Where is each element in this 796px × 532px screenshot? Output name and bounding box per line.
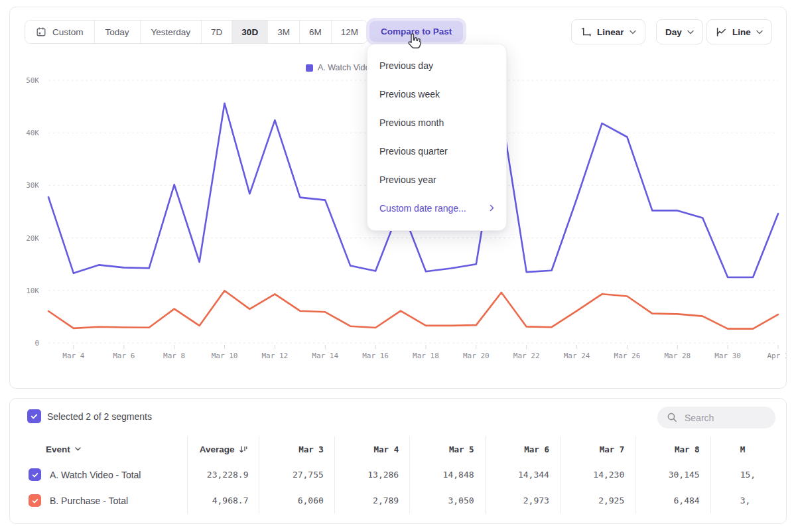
cell-average: 4,968.7 <box>187 488 259 513</box>
cell-value: 2,925 <box>560 488 635 513</box>
average-column-header[interactable]: Average <box>187 436 259 462</box>
svg-text:Mar 28: Mar 28 <box>664 352 691 360</box>
search-placeholder: Search <box>685 413 714 423</box>
table-header-row: Event Average Mar 3 Mar 4 Mar 5 Mar 6 Ma… <box>10 436 786 462</box>
cell-value: 30,145 <box>635 462 710 488</box>
svg-text:40K: 40K <box>26 129 39 137</box>
cell-value: 2,789 <box>334 488 409 513</box>
cell-value: 3,050 <box>409 488 484 513</box>
svg-text:Mar 22: Mar 22 <box>513 352 540 360</box>
svg-text:20K: 20K <box>26 234 39 243</box>
compare-to-past-menu: Previous day Previous week Previous mont… <box>367 44 507 231</box>
svg-text:Mar 26: Mar 26 <box>614 352 641 360</box>
menu-item-previous-year[interactable]: Previous year <box>367 165 506 194</box>
svg-text:Mar 24: Mar 24 <box>564 352 590 360</box>
svg-text:Mar 10: Mar 10 <box>212 352 238 360</box>
svg-text:Mar 18: Mar 18 <box>413 352 439 360</box>
segment-a-checkbox[interactable] <box>29 468 41 481</box>
cell-value: 14,344 <box>485 462 560 488</box>
chevron-right-icon <box>490 204 494 212</box>
event-column-header[interactable]: Event <box>10 436 187 462</box>
svg-text:Mar 16: Mar 16 <box>362 352 389 360</box>
svg-text:10K: 10K <box>26 287 39 295</box>
check-icon <box>30 412 38 421</box>
date-column-header: Mar 6 <box>485 436 560 462</box>
svg-text:50K: 50K <box>26 76 39 85</box>
chevron-down-icon <box>75 447 81 451</box>
table-row: B. Purchase - Total 4,968.7 6,060 2,789 … <box>10 488 786 513</box>
cell-value: 2,973 <box>485 488 560 513</box>
svg-text:Mar 6: Mar 6 <box>113 352 135 360</box>
date-column-header: M <box>710 436 786 462</box>
cell-value: 6,484 <box>635 488 710 513</box>
date-column-header: Mar 3 <box>259 436 334 462</box>
select-all-segments-checkbox[interactable] <box>27 409 41 423</box>
date-column-header: Mar 8 <box>635 436 710 462</box>
date-column-header: Mar 7 <box>560 436 635 462</box>
cell-value: 27,755 <box>259 462 334 488</box>
svg-text:Apr 1: Apr 1 <box>767 352 786 360</box>
table-row: A. Watch Video - Total 23,228.9 27,755 1… <box>10 462 786 488</box>
menu-item-previous-quarter[interactable]: Previous quarter <box>367 137 506 165</box>
cell-value: 13,286 <box>334 462 409 488</box>
check-icon <box>31 471 39 479</box>
segment-b-label: B. Purchase - Total <box>50 496 128 506</box>
check-icon <box>31 497 39 505</box>
cell-value: 3, <box>710 488 786 513</box>
menu-item-custom-date-range[interactable]: Custom date range... <box>367 194 506 222</box>
segments-table: Event Average Mar 3 Mar 4 Mar 5 Mar 6 Ma… <box>10 436 786 513</box>
cell-value: 6,060 <box>259 488 334 513</box>
cell-value: 14,848 <box>409 462 484 488</box>
date-column-header: Mar 5 <box>409 436 484 462</box>
svg-text:Mar 8: Mar 8 <box>163 352 185 360</box>
cell-average: 23,228.9 <box>187 462 259 488</box>
segment-b-checkbox[interactable] <box>29 494 41 507</box>
sort-descending-icon <box>239 445 248 454</box>
svg-text:30K: 30K <box>26 181 39 190</box>
menu-item-previous-week[interactable]: Previous week <box>367 80 506 108</box>
svg-text:Mar 14: Mar 14 <box>312 352 338 360</box>
menu-item-previous-month[interactable]: Previous month <box>367 108 506 137</box>
svg-text:Mar 12: Mar 12 <box>262 352 289 360</box>
menu-item-previous-day[interactable]: Previous day <box>367 51 506 80</box>
cell-value: 15, <box>710 462 786 488</box>
search-icon <box>667 412 678 423</box>
svg-text:0: 0 <box>34 339 39 348</box>
segment-a-label: A. Watch Video - Total <box>50 470 141 480</box>
svg-text:Mar 20: Mar 20 <box>463 352 490 360</box>
svg-text:Mar 4: Mar 4 <box>62 352 84 360</box>
segments-panel: Selected 2 of 2 segments Search Event Av… <box>9 398 787 524</box>
segments-search-input[interactable]: Search <box>657 407 775 429</box>
analytics-dashboard: { "toolbar": { "date_ranges": ["Custom",… <box>0 0 796 532</box>
segments-selected-text: Selected 2 of 2 segments <box>47 411 152 422</box>
svg-text:Mar 30: Mar 30 <box>714 352 741 360</box>
date-column-header: Mar 4 <box>334 436 409 462</box>
cell-value: 14,230 <box>560 462 635 488</box>
